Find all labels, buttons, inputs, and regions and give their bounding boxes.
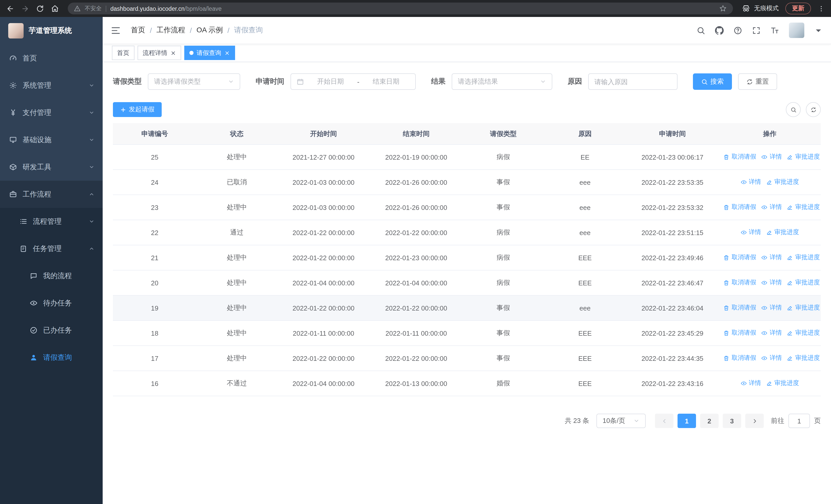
action-label: 详情 xyxy=(770,203,782,212)
page-button-2[interactable]: 2 xyxy=(700,414,719,428)
detail-link[interactable]: 详情 xyxy=(762,203,782,212)
result-select[interactable]: 请选择流结果 xyxy=(452,73,552,90)
create-leave-button[interactable]: 发起请假 xyxy=(113,102,162,117)
sidebar-item-system[interactable]: 系统管理 xyxy=(0,72,103,99)
address-bar[interactable]: 不安全 dashboard.yudao.iocoder.cn/bpm/oa/le… xyxy=(68,3,733,14)
cell-actions: 取消请假详情审批进度 xyxy=(719,346,821,371)
page-button-3[interactable]: 3 xyxy=(723,414,741,428)
sidebar-item-leave-query[interactable]: 请假查询 xyxy=(0,344,103,371)
next-page-button[interactable] xyxy=(745,414,764,428)
browser-menu-icon[interactable] xyxy=(818,5,825,12)
apply-time-range-picker[interactable]: 开始日期 - 结束日期 xyxy=(290,73,416,90)
reset-button[interactable]: 重置 xyxy=(738,73,777,90)
breadcrumb-item-oa-example[interactable]: OA 示例 xyxy=(197,26,223,35)
home-icon[interactable] xyxy=(51,4,59,12)
sidebar-item-process-mgmt[interactable]: 流程管理 xyxy=(0,208,103,235)
detail-link[interactable]: 详情 xyxy=(762,253,782,262)
close-tab-icon[interactable] xyxy=(170,50,176,56)
cell-actions: 详情审批进度 xyxy=(719,220,821,245)
reason-label: 原因 xyxy=(568,77,582,86)
cancel-leave-link[interactable]: 取消请假 xyxy=(723,253,756,262)
action-label: 审批进度 xyxy=(774,178,799,186)
chevron-left-icon xyxy=(661,418,667,424)
detail-link[interactable]: 详情 xyxy=(740,228,761,237)
edit-icon xyxy=(787,204,793,210)
sidebar-item-done-tasks[interactable]: 已办任务 xyxy=(0,317,103,344)
font-size-icon[interactable] xyxy=(770,26,779,35)
search-icon[interactable] xyxy=(696,26,705,35)
approval-progress-link[interactable]: 审批进度 xyxy=(787,304,820,312)
sidebar-item-infra[interactable]: 基础设施 xyxy=(0,126,103,153)
sidebar-item-task-mgmt[interactable]: 任务管理 xyxy=(0,235,103,262)
approval-progress-link[interactable]: 审批进度 xyxy=(787,153,820,161)
detail-link[interactable]: 详情 xyxy=(762,153,782,161)
github-icon[interactable] xyxy=(715,26,724,35)
approval-progress-link[interactable]: 审批进度 xyxy=(766,228,799,237)
chevron-down-icon xyxy=(89,137,94,143)
refresh-icon xyxy=(810,107,816,113)
goto-page-input[interactable] xyxy=(789,414,810,428)
detail-link[interactable]: 详情 xyxy=(762,329,782,337)
approval-progress-link[interactable]: 审批进度 xyxy=(766,178,799,186)
approval-progress-link[interactable]: 审批进度 xyxy=(787,253,820,262)
collapse-sidebar-icon[interactable] xyxy=(111,25,121,35)
cell-start-time: 2022-01-04 00:00:00 xyxy=(277,270,370,295)
cancel-leave-link[interactable]: 取消请假 xyxy=(723,354,756,363)
fullscreen-icon[interactable] xyxy=(752,26,761,35)
forward-icon[interactable] xyxy=(21,4,29,12)
update-button[interactable]: 更新 xyxy=(785,3,811,14)
action-label: 详情 xyxy=(770,253,782,262)
page-button-1[interactable]: 1 xyxy=(678,414,696,428)
detail-link[interactable]: 详情 xyxy=(762,304,782,312)
sidebar-item-home[interactable]: 首页 xyxy=(0,45,103,72)
reload-icon[interactable] xyxy=(36,4,44,12)
cell-apply-time: 2022-01-22 23:53:35 xyxy=(626,170,719,195)
tab-leave-query[interactable]: 请假查询 xyxy=(184,46,235,60)
cancel-leave-link[interactable]: 取消请假 xyxy=(723,304,756,312)
detail-link[interactable]: 详情 xyxy=(762,354,782,363)
detail-link[interactable]: 详情 xyxy=(762,278,782,287)
breadcrumb-item-workflow[interactable]: 工作流程 xyxy=(156,26,185,35)
tab-home[interactable]: 首页 xyxy=(112,46,135,60)
approval-progress-link[interactable]: 审批进度 xyxy=(787,354,820,363)
sidebar-item-dev-tools[interactable]: 研发工具 xyxy=(0,153,103,181)
cell-end-time: 2022-01-11 00:00:00 xyxy=(370,321,462,346)
sidebar-item-todo-tasks[interactable]: 待办任务 xyxy=(0,290,103,317)
cancel-leave-link[interactable]: 取消请假 xyxy=(723,278,756,287)
cancel-leave-link[interactable]: 取消请假 xyxy=(723,203,756,212)
search-button[interactable]: 搜索 xyxy=(693,73,732,90)
sidebar-item-my-process[interactable]: 我的流程 xyxy=(0,262,103,290)
detail-link[interactable]: 详情 xyxy=(740,178,761,186)
close-tab-icon[interactable] xyxy=(224,50,230,56)
back-icon[interactable] xyxy=(6,4,15,12)
leave-type-select[interactable]: 请选择请假类型 xyxy=(148,73,240,90)
reason-input[interactable] xyxy=(588,73,678,90)
page-size-select[interactable]: 10条/页 xyxy=(596,414,646,428)
toggle-search-button[interactable] xyxy=(786,102,801,117)
help-icon[interactable] xyxy=(734,26,742,35)
avatar[interactable] xyxy=(789,23,804,38)
sidebar-item-workflow[interactable]: 工作流程 xyxy=(0,181,103,208)
cancel-leave-link[interactable]: 取消请假 xyxy=(723,329,756,337)
detail-link[interactable]: 详情 xyxy=(740,379,761,388)
sidebar-item-label: 待办任务 xyxy=(43,298,72,308)
search-icon xyxy=(701,78,708,85)
tab-process-detail[interactable]: 流程详情 xyxy=(138,46,181,60)
approval-progress-link[interactable]: 审批进度 xyxy=(787,329,820,337)
approval-progress-link[interactable]: 审批进度 xyxy=(766,379,799,388)
cell-reason: EEE xyxy=(544,321,626,346)
app-logo[interactable]: 芋道管理系统 xyxy=(0,17,103,45)
action-label: 取消请假 xyxy=(732,354,756,363)
cancel-leave-link[interactable]: 取消请假 xyxy=(723,153,756,161)
bookmark-star-icon[interactable] xyxy=(719,5,727,12)
prev-page-button[interactable] xyxy=(655,414,674,428)
trash-icon xyxy=(723,255,729,261)
approval-progress-link[interactable]: 审批进度 xyxy=(787,203,820,212)
refresh-table-button[interactable] xyxy=(806,102,821,117)
breadcrumb-item-home[interactable]: 首页 xyxy=(131,26,145,35)
leave-type-placeholder: 请选择请假类型 xyxy=(154,77,201,86)
cell-start-time: 2022-01-22 00:00:00 xyxy=(277,245,370,270)
sidebar-item-payment[interactable]: 支付管理 xyxy=(0,99,103,126)
logo-image xyxy=(8,23,24,38)
approval-progress-link[interactable]: 审批进度 xyxy=(787,278,820,287)
